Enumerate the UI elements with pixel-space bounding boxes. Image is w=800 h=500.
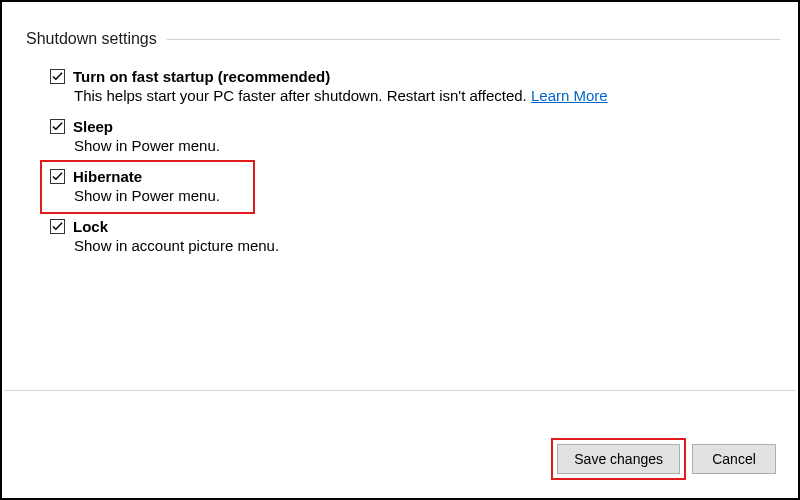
section-header: Shutdown settings: [26, 30, 780, 48]
option-sleep: Sleep Show in Power menu.: [50, 118, 780, 154]
settings-panel: Shutdown settings Turn on fast startup (…: [0, 0, 800, 500]
lock-checkbox[interactable]: [50, 219, 65, 234]
hibernate-checkbox[interactable]: [50, 169, 65, 184]
sleep-description: Show in Power menu.: [74, 137, 780, 154]
section-title: Shutdown settings: [26, 30, 157, 48]
sleep-checkbox[interactable]: [50, 119, 65, 134]
header-divider: [167, 39, 780, 40]
cancel-button[interactable]: Cancel: [692, 444, 776, 474]
lock-label: Lock: [73, 218, 108, 235]
options-list: Turn on fast startup (recommended) This …: [26, 68, 780, 254]
fast-startup-description: This helps start your PC faster after sh…: [74, 87, 780, 104]
checkmark-icon: [52, 121, 63, 132]
content-area: Shutdown settings Turn on fast startup (…: [2, 2, 798, 254]
footer-divider: [4, 390, 796, 391]
hibernate-description: Show in Power menu.: [74, 187, 780, 204]
footer-buttons: Save changes Cancel: [557, 444, 776, 474]
sleep-label: Sleep: [73, 118, 113, 135]
save-button[interactable]: Save changes: [557, 444, 680, 474]
hibernate-label: Hibernate: [73, 168, 142, 185]
option-hibernate: Hibernate Show in Power menu.: [50, 168, 780, 204]
lock-description: Show in account picture menu.: [74, 237, 780, 254]
checkmark-icon: [52, 171, 63, 182]
fast-startup-label: Turn on fast startup (recommended): [73, 68, 330, 85]
checkmark-icon: [52, 221, 63, 232]
option-lock: Lock Show in account picture menu.: [50, 218, 780, 254]
learn-more-link[interactable]: Learn More: [531, 87, 608, 104]
checkmark-icon: [52, 71, 63, 82]
fast-startup-checkbox[interactable]: [50, 69, 65, 84]
option-fast-startup: Turn on fast startup (recommended) This …: [50, 68, 780, 104]
